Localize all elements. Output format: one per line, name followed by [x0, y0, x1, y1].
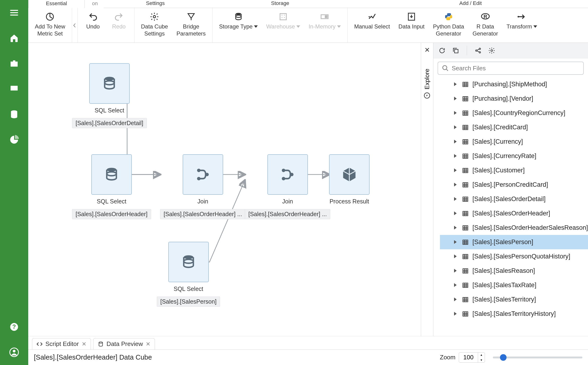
tree-item[interactable]: [Sales].[SalesTerritory]: [440, 292, 588, 307]
svg-point-4: [13, 350, 15, 352]
tab-data-preview[interactable]: Data Preview ✕: [93, 338, 155, 350]
presentation-icon[interactable]: [8, 83, 20, 95]
chevron-down-icon: [254, 25, 258, 28]
design-canvas[interactable]: SQL Select [Sales].[SalesOrderDetail] SQ…: [28, 43, 421, 336]
node-join-1[interactable]: Join [Sales].[SalesOrderHeader] ...: [160, 154, 245, 219]
zoom-up-icon[interactable]: ▲: [478, 352, 485, 358]
tree-item[interactable]: [Sales].[SalesOrderHeader]: [440, 206, 588, 221]
table-icon: [462, 81, 469, 88]
svg-rect-54: [463, 312, 468, 316]
data-cube-settings-button[interactable]: Data Cube Settings: [137, 8, 172, 42]
database-icon: [180, 254, 197, 270]
tree-item[interactable]: [Sales].[SalesTerritoryHistory]: [440, 307, 588, 321]
share-icon[interactable]: [474, 47, 482, 55]
svg-rect-43: [463, 154, 468, 158]
data-input-button[interactable]: Data Input: [394, 8, 429, 42]
tree-item-label: [Sales].[SalesTerritoryHistory]: [473, 310, 556, 317]
in-memory-button[interactable]: In-Memory: [304, 8, 345, 42]
undo-button[interactable]: Undo: [80, 8, 106, 42]
tree-item[interactable]: [Sales].[CurrencyRate]: [440, 149, 588, 163]
chevron-right-icon: [454, 297, 458, 302]
zoom-slider[interactable]: [493, 357, 582, 358]
copy-icon[interactable]: [452, 47, 460, 55]
zoom-stepper[interactable]: ▲ ▼: [459, 352, 485, 363]
warehouse-button[interactable]: Warehouse: [262, 8, 304, 42]
search-input[interactable]: [437, 62, 584, 75]
tree-item[interactable]: [Sales].[SalesReason]: [440, 264, 588, 278]
redo-button[interactable]: Redo: [106, 8, 132, 42]
explore-panel: ✕ Explore: [421, 43, 588, 336]
close-icon[interactable]: ✕: [423, 45, 432, 55]
user-icon[interactable]: [8, 347, 20, 358]
node-sql-select-3[interactable]: SQL Select [Sales].[SalesPerson]: [157, 242, 220, 307]
tree-item-label: [Purchasing].[Vendor]: [473, 95, 533, 102]
tree-item[interactable]: [Purchasing].[ShipMethod]: [440, 77, 588, 91]
branch-icon: [195, 166, 211, 183]
node-sublabel: [Sales].[SalesPerson]: [157, 296, 220, 307]
svg-point-19: [105, 77, 114, 80]
refresh-icon[interactable]: [438, 47, 446, 55]
python-generator-button[interactable]: Python Data Generator: [429, 8, 468, 42]
node-sql-select-1[interactable]: SQL Select [Sales].[SalesOrderDetail]: [72, 63, 147, 128]
section-storage: Storage: [207, 0, 353, 8]
tree-item[interactable]: [Purchasing].[Vendor]: [440, 91, 588, 106]
svg-text:R: R: [483, 14, 487, 20]
database-icon[interactable]: [8, 109, 20, 120]
tree-item[interactable]: [Sales].[SalesTaxRate]: [440, 278, 588, 292]
tree-item[interactable]: [Sales].[Customer]: [440, 163, 588, 178]
svg-point-7: [236, 13, 241, 15]
tree-item-label: [Sales].[SalesTerritory]: [473, 296, 536, 303]
node-sql-select-2[interactable]: SQL Select [Sales].[SalesOrderHeader]: [72, 154, 151, 219]
r-generator-button[interactable]: R R Data Generator: [468, 8, 502, 42]
close-icon[interactable]: ✕: [82, 341, 86, 347]
svg-point-28: [282, 169, 285, 172]
chevron-right-icon: [454, 183, 458, 187]
tree-item[interactable]: [Sales].[PersonCreditCard]: [440, 178, 588, 192]
svg-point-6: [153, 15, 156, 18]
node-label: SQL Select: [174, 286, 203, 292]
bridge-parameters-button[interactable]: Bridge Parameters: [172, 8, 210, 42]
tree-item-label: [Sales].[PersonCreditCard]: [473, 181, 548, 188]
close-icon[interactable]: ✕: [146, 341, 151, 347]
zoom-down-icon[interactable]: ▼: [478, 358, 485, 363]
gear-icon[interactable]: [488, 47, 496, 55]
pie-chart-icon[interactable]: [8, 134, 20, 145]
zoom-slider-knob[interactable]: [500, 354, 507, 361]
storage-type-button[interactable]: Storage Type: [215, 8, 262, 42]
tree-item[interactable]: [Sales].[Currency]: [440, 134, 588, 149]
table-icon: [462, 253, 469, 260]
add-to-metric-set-button[interactable]: Add To New Metric Set: [31, 8, 69, 42]
node-process-result[interactable]: Process Result: [329, 154, 370, 205]
ribbon-scroll-left[interactable]: [72, 8, 78, 42]
tab-partial[interactable]: on: [85, 0, 104, 8]
svg-point-37: [443, 66, 447, 70]
svg-rect-50: [463, 254, 468, 259]
tree-item[interactable]: [Sales].[CreditCard]: [440, 120, 588, 134]
table-icon: [462, 239, 469, 246]
svg-point-21: [107, 168, 116, 171]
tree-item-label: [Sales].[SalesPerson]: [473, 239, 533, 246]
tree-item[interactable]: [Sales].[SalesPersonQuotaHistory]: [440, 249, 588, 264]
tree-item[interactable]: [Sales].[SalesOrderDetail]: [440, 192, 588, 206]
explore-tab-label[interactable]: Explore: [423, 69, 431, 99]
tab-essential[interactable]: Essential: [28, 0, 85, 8]
ribbon-tab-row: Essential on Settings Storage Add / Edit: [28, 0, 588, 8]
section-add-edit: Add / Edit: [353, 0, 588, 8]
chevron-right-icon: [454, 254, 458, 259]
briefcase-icon[interactable]: [8, 58, 20, 69]
table-icon: [462, 225, 469, 231]
tree-item[interactable]: [Sales].[SalesPerson]: [440, 235, 588, 249]
hamburger-icon[interactable]: [8, 7, 20, 18]
transform-button[interactable]: Transform: [502, 8, 541, 42]
page-title: [Sales].[SalesOrderHeader] Data Cube: [34, 353, 152, 361]
home-icon[interactable]: [8, 32, 20, 44]
tree-item[interactable]: [Sales].[CountryRegionCurrency]: [440, 106, 588, 120]
manual-select-button[interactable]: Manual Select: [350, 8, 394, 42]
chevron-down-icon: [337, 25, 341, 28]
svg-rect-44: [463, 168, 468, 173]
tree-item[interactable]: [Sales].[SalesOrderHeaderSalesReason]: [440, 221, 588, 235]
node-join-2[interactable]: Join [Sales].[SalesOrderHeader] ...: [245, 154, 330, 219]
tab-script-editor[interactable]: Script Editor ✕: [32, 338, 91, 350]
help-icon[interactable]: ?: [8, 321, 20, 333]
svg-rect-9: [280, 14, 287, 20]
